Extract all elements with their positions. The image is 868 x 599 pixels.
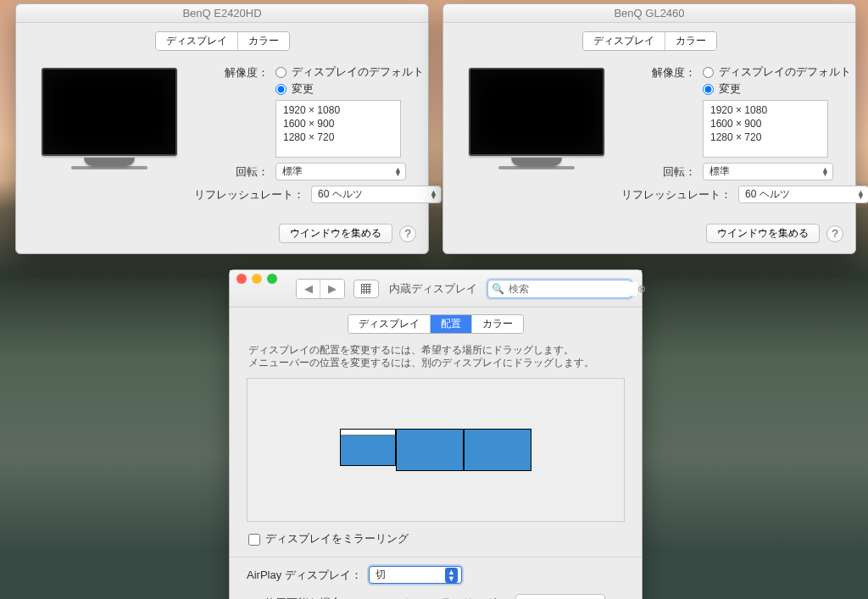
grid-icon <box>361 284 371 294</box>
resolution-option[interactable]: 1280 × 720 <box>704 130 827 144</box>
tab-display[interactable]: ディスプレイ <box>156 32 238 50</box>
chevron-updown-icon: ▲▼ <box>445 568 458 583</box>
resolution-default-radio[interactable]: ディスプレイのデフォルト <box>703 64 851 80</box>
tab-bar: ディスプレイ カラー <box>443 23 855 61</box>
display-rect-main[interactable] <box>340 429 396 466</box>
refresh-select[interactable]: 60 ヘルツ ▲▼ <box>311 186 442 203</box>
display-rect-secondary[interactable] <box>396 429 464 471</box>
zoom-icon[interactable] <box>267 274 277 284</box>
tab-arrangement[interactable]: 配置 <box>431 315 472 333</box>
gather-windows-button[interactable]: ウインドウを集める <box>706 224 820 243</box>
tab-color[interactable]: カラー <box>665 32 716 50</box>
help-button[interactable]: ? <box>399 225 416 242</box>
resolution-scaled-radio[interactable]: 変更 <box>703 81 851 97</box>
gather-windows-button[interactable]: ウインドウを集める <box>279 224 392 243</box>
rotation-select[interactable]: 標準 ▲▼ <box>703 163 833 180</box>
clear-icon[interactable]: ⊗ <box>637 283 646 295</box>
resolution-option[interactable]: 1600 × 900 <box>276 117 400 130</box>
chevron-updown-icon: ▲▼ <box>430 191 437 199</box>
chevron-updown-icon: ▲▼ <box>821 168 829 176</box>
airplay-label: AirPlay ディスプレイ： <box>247 568 362 583</box>
resolution-option[interactable]: 1280 × 720 <box>276 130 400 144</box>
resolution-default-radio[interactable]: ディスプレイのデフォルト <box>275 64 424 80</box>
rotation-label: 回転： <box>620 164 703 180</box>
search-input[interactable] <box>507 282 637 296</box>
monitor-preview <box>469 64 604 208</box>
tab-color[interactable]: カラー <box>472 315 523 333</box>
arrangement-help-text: ディスプレイの配置を変更するには、希望する場所にドラッグします。 メニューバーの… <box>230 339 642 378</box>
mirror-label: ディスプレイをミラーリング <box>265 532 409 546</box>
resolution-label: 解像度： <box>620 64 703 80</box>
rotation-label: 回転： <box>192 164 275 180</box>
tab-bar: ディスプレイ 配置 カラー <box>230 308 642 339</box>
forward-button[interactable]: ▶ <box>320 280 344 298</box>
resolution-option[interactable]: 1920 × 1080 <box>704 103 827 117</box>
monitor-preview <box>42 64 177 208</box>
window-title[interactable]: BenQ GL2460 <box>443 4 855 23</box>
mirror-checkbox[interactable] <box>248 534 260 546</box>
show-all-button[interactable] <box>353 280 379 298</box>
display-prefs-window-2: BenQ GL2460 ディスプレイ カラー 解像度： ディスプレイのデフォルト… <box>442 3 856 254</box>
help-button[interactable]: ? <box>826 225 843 242</box>
resolution-list[interactable]: 1920 × 1080 1600 × 900 1280 × 720 <box>703 100 828 158</box>
refresh-label: リフレッシュレート： <box>192 186 311 202</box>
tab-display[interactable]: ディスプレイ <box>583 32 665 50</box>
airplay-select[interactable]: 切 ▲▼ <box>369 566 462 584</box>
gather-windows-button[interactable]: ウインドウを集める <box>515 594 605 599</box>
tab-color[interactable]: カラー <box>238 32 289 50</box>
resolution-label: 解像度： <box>192 64 275 80</box>
builtin-display-window: ◀ ▶ 内蔵ディスプレイ 🔍 ⊗ ディスプレイ 配置 カラー ディスプレイの配置… <box>229 269 643 599</box>
window-title: 内蔵ディスプレイ <box>387 281 479 297</box>
rotation-select[interactable]: 標準 ▲▼ <box>275 163 406 180</box>
display-prefs-window-1: BenQ E2420HD ディスプレイ カラー 解像度： ディスプレイのデフォル… <box>15 3 429 254</box>
back-button[interactable]: ◀ <box>297 280 320 298</box>
window-title[interactable]: BenQ E2420HD <box>16 4 428 23</box>
close-icon[interactable] <box>236 274 247 284</box>
resolution-scaled-radio[interactable]: 変更 <box>275 81 424 97</box>
window-controls[interactable] <box>236 274 277 284</box>
search-field[interactable]: 🔍 ⊗ <box>487 280 632 298</box>
refresh-select[interactable]: 60 ヘルツ ▲▼ <box>738 186 868 203</box>
arrangement-canvas[interactable] <box>247 378 625 522</box>
chevron-updown-icon: ▲▼ <box>857 191 865 199</box>
nav-back-forward[interactable]: ◀ ▶ <box>296 279 345 299</box>
tab-bar: ディスプレイ カラー <box>16 23 428 61</box>
search-icon: 🔍 <box>492 283 504 295</box>
window-toolbar: ◀ ▶ 内蔵ディスプレイ 🔍 ⊗ <box>230 270 642 308</box>
divider <box>230 557 642 557</box>
resolution-option[interactable]: 1920 × 1080 <box>276 103 400 117</box>
refresh-label: リフレッシュレート： <box>620 186 738 202</box>
display-rect-secondary[interactable] <box>464 429 531 471</box>
chevron-updown-icon: ▲▼ <box>394 168 402 176</box>
tab-display[interactable]: ディスプレイ <box>348 315 431 333</box>
resolution-list[interactable]: 1920 × 1080 1600 × 900 1280 × 720 <box>275 100 401 158</box>
minimize-icon[interactable] <box>252 274 262 284</box>
resolution-option[interactable]: 1600 × 900 <box>704 117 827 130</box>
